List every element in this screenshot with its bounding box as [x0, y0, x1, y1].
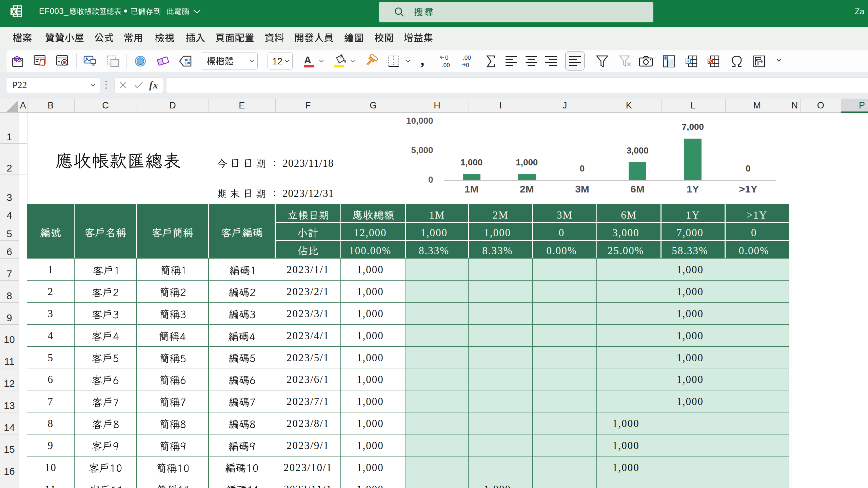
svg-text:0: 0: [466, 62, 469, 68]
svg-text:.00: .00: [442, 62, 450, 68]
svg-text:0: 0: [445, 55, 448, 61]
svg-text:X: X: [12, 8, 17, 16]
svg-text:.00: .00: [463, 55, 471, 61]
